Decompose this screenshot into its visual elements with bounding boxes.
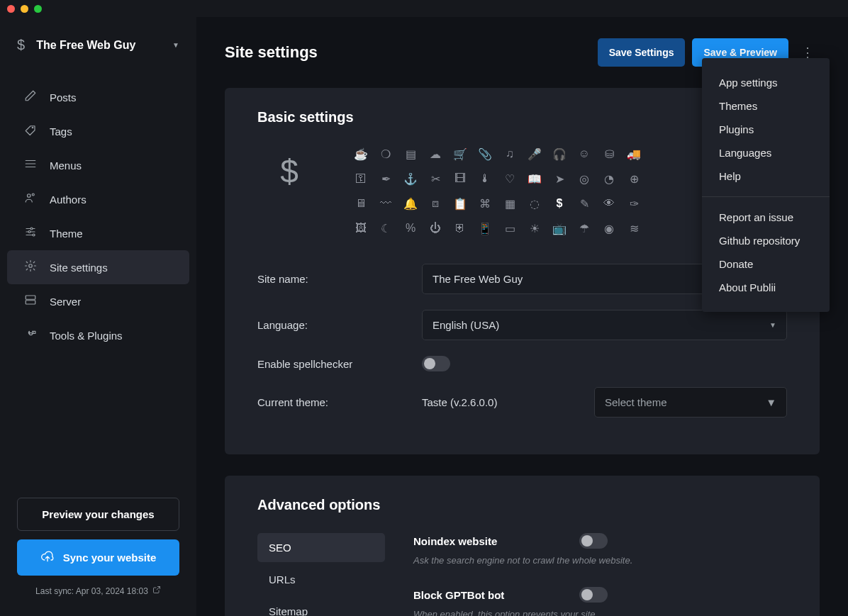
drop-icon[interactable]: ◌	[526, 195, 543, 212]
sidebar-item-server[interactable]: Server	[7, 284, 189, 318]
sidebar-item-site-settings[interactable]: Site settings	[7, 250, 189, 284]
mic-icon[interactable]: 🎤	[526, 145, 543, 162]
scissors-icon[interactable]: ✂	[427, 170, 444, 187]
sidebar-item-tools[interactable]: Tools & Plugins	[7, 318, 189, 352]
field-language: Language: English (USA) ▼	[257, 310, 787, 340]
nav-label: Theme	[50, 228, 83, 240]
svg-point-5	[33, 234, 35, 236]
cpu-icon[interactable]: ▦	[501, 195, 518, 212]
dollar-icon: $	[257, 145, 321, 191]
clipboard-icon[interactable]: 📋	[452, 195, 469, 212]
menu-github[interactable]: Github repository	[702, 229, 830, 252]
database-icon[interactable]: ⛁	[601, 145, 618, 162]
language-label: Language:	[257, 319, 422, 331]
anchor-icon[interactable]: ⚓	[402, 170, 419, 187]
svg-point-3	[30, 228, 33, 230]
tab-sitemap[interactable]: Sitemap	[257, 597, 385, 616]
pie-icon[interactable]: ◔	[601, 170, 618, 187]
language-value: English (USA)	[433, 319, 499, 331]
external-link-icon[interactable]	[152, 586, 161, 596]
cart-icon[interactable]: 🛒	[452, 145, 469, 162]
thermometer-icon[interactable]: 🌡	[476, 170, 493, 187]
eye-icon[interactable]: 👁	[601, 195, 618, 212]
chevron-down-icon: ▼	[172, 41, 179, 49]
compass-icon[interactable]: ◎	[576, 170, 593, 187]
titlebar	[0, 0, 848, 17]
menu-app-settings[interactable]: App settings	[702, 71, 830, 94]
more-dropdown-menu: App settings Themes Plugins Languages He…	[702, 58, 830, 312]
main-nav: Posts Tags Menus Authors Theme Site sett…	[0, 80, 196, 352]
spellchecker-toggle[interactable]	[422, 356, 450, 371]
layers-icon[interactable]: ≋	[625, 220, 642, 237]
book-icon[interactable]: 📖	[526, 170, 543, 187]
umbrella-icon[interactable]: ☂	[576, 220, 593, 237]
smartphone-icon[interactable]: 📱	[476, 220, 493, 237]
site-name: The Free Web Guy	[36, 39, 135, 52]
image-icon[interactable]: 🖼	[352, 220, 369, 237]
maximize-window-icon[interactable]	[34, 5, 42, 13]
menu-report-issue[interactable]: Report an issue	[702, 206, 830, 229]
heart-icon[interactable]: ♡	[501, 170, 518, 187]
sidebar-item-theme[interactable]: Theme	[7, 216, 189, 250]
theme-value: Taste (v.2.6.0.0)	[422, 396, 581, 408]
truck-icon[interactable]: 🚚	[625, 145, 642, 162]
sidebar-item-menus[interactable]: Menus	[7, 148, 189, 182]
calendar-icon[interactable]: ▤	[402, 145, 419, 162]
badge-icon[interactable]: ❍	[377, 145, 394, 162]
attachment-icon[interactable]: 📎	[476, 145, 493, 162]
globe-icon[interactable]: ⊕	[625, 170, 642, 187]
sidebar-item-tags[interactable]: Tags	[7, 114, 189, 148]
close-window-icon[interactable]	[7, 5, 15, 13]
field-block-gptbot: Block GPTBot bot When enabled, this opti…	[413, 587, 787, 616]
site-switcher[interactable]: $ The Free Web Guy ▼	[0, 30, 196, 66]
site-name-label: Site name:	[257, 273, 422, 285]
key-icon[interactable]: ⚿	[352, 170, 369, 187]
moon-icon[interactable]: ☾	[377, 220, 394, 237]
command-icon[interactable]: ⌘	[476, 195, 493, 212]
sidebar-item-authors[interactable]: Authors	[7, 182, 189, 216]
archive-icon[interactable]: ⧈	[427, 195, 444, 212]
menu-about[interactable]: About Publii	[702, 276, 830, 299]
monitor-icon[interactable]: 🖥	[352, 195, 369, 212]
send-icon[interactable]: ➤	[551, 170, 568, 187]
preview-changes-button[interactable]: Preview your changes	[17, 498, 179, 531]
field-noindex: Noindex website Ask the search engine no…	[413, 533, 787, 567]
noindex-toggle[interactable]	[579, 533, 608, 549]
theme-select[interactable]: Select theme ▼	[594, 387, 787, 418]
tv-icon[interactable]: 📺	[551, 220, 568, 237]
edit-icon[interactable]: ✎	[576, 195, 593, 212]
tablet-icon[interactable]: ▭	[501, 220, 518, 237]
sync-website-button[interactable]: Sync your website	[17, 539, 179, 576]
save-settings-button[interactable]: Save Settings	[598, 38, 686, 67]
menu-plugins[interactable]: Plugins	[702, 118, 830, 141]
percent-icon[interactable]: %	[402, 220, 419, 237]
bell-icon[interactable]: 🔔	[402, 195, 419, 212]
minimize-window-icon[interactable]	[21, 5, 28, 13]
feather-icon[interactable]: ✑	[625, 195, 642, 212]
tab-urls[interactable]: URLs	[257, 565, 385, 594]
language-select[interactable]: English (USA) ▼	[422, 310, 787, 340]
power-icon[interactable]: ⏻	[427, 220, 444, 237]
shield-icon[interactable]: ⛨	[452, 220, 469, 237]
gptbot-toggle[interactable]	[579, 587, 608, 603]
spellchecker-label: Enable spellchecker	[257, 358, 422, 370]
coffee-icon[interactable]: ☕	[352, 145, 369, 162]
menu-donate[interactable]: Donate	[702, 252, 830, 276]
wifi-icon[interactable]: ◉	[601, 220, 618, 237]
cloud-icon[interactable]: ☁	[427, 145, 444, 162]
music-icon[interactable]: ♫	[501, 145, 518, 162]
pen-icon[interactable]: ✒	[377, 170, 394, 187]
sidebar-item-posts[interactable]: Posts	[7, 80, 189, 114]
menu-languages[interactable]: Languages	[702, 141, 830, 164]
tab-seo[interactable]: SEO	[257, 533, 385, 562]
sun-icon[interactable]: ☀	[526, 220, 543, 237]
menu-help[interactable]: Help	[702, 164, 830, 188]
activity-icon[interactable]: 〰	[377, 195, 394, 212]
gear-icon	[24, 259, 37, 275]
headphones-icon[interactable]: 🎧	[551, 145, 568, 162]
film-icon[interactable]: 🎞	[452, 170, 469, 187]
dollar-icon[interactable]: $	[551, 195, 568, 212]
menu-themes[interactable]: Themes	[702, 94, 830, 118]
main-content: Site settings Save Settings Save & Previ…	[196, 17, 848, 616]
smile-icon[interactable]: ☺	[576, 145, 593, 162]
